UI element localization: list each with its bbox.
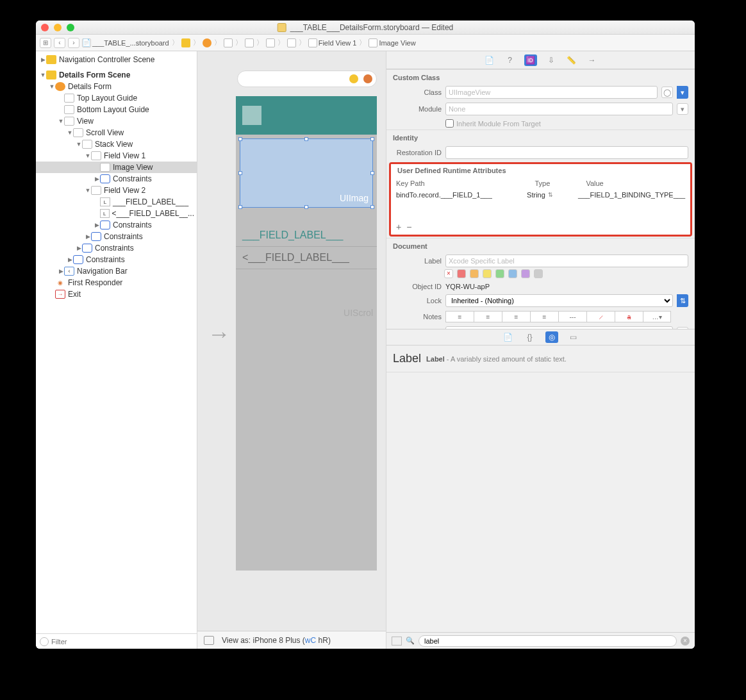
initial-vc-arrow-icon[interactable]: → [208, 321, 231, 347]
view-as-label[interactable]: View as: iPhone 8 Plus (wC hR) [222, 636, 331, 645]
outline-details-scene[interactable]: Details Form Scene [59, 71, 130, 79]
lock-select[interactable]: Inherited - (Nothing) [445, 294, 673, 307]
color-swatch[interactable] [483, 269, 492, 278]
minimize-icon[interactable] [54, 24, 62, 31]
module-input[interactable] [445, 103, 673, 115]
resize-handle[interactable] [370, 205, 374, 209]
resize-handle[interactable] [370, 137, 374, 141]
identity-inspector-tab[interactable]: 🆔 [524, 54, 537, 66]
outline-list[interactable]: ▶Navigation Controller Scene ▼Details Fo… [36, 51, 197, 633]
color-swatch[interactable] [521, 269, 530, 278]
notes-more-icon[interactable]: …▾ [643, 311, 671, 322]
outline-stackview[interactable]: Stack View [95, 140, 133, 149]
related-items-icon[interactable]: ⊞ [40, 38, 51, 48]
rt-value[interactable]: ___FIELD_1_BINDING_TYPE___ [578, 191, 685, 199]
outline-toggle-icon[interactable] [204, 636, 214, 645]
resize-handle[interactable] [304, 205, 308, 209]
media-library-tab[interactable]: ▭ [567, 331, 580, 343]
zoom-icon[interactable] [67, 24, 74, 31]
restoration-input[interactable] [445, 146, 688, 159]
outline-fieldview2[interactable]: Field View 2 [104, 186, 145, 195]
outline-constraints-5[interactable]: Constraints [86, 255, 125, 264]
remove-attribute-button[interactable]: − [406, 222, 411, 232]
placeholder-square [242, 106, 261, 125]
library-item[interactable]: Label Label - A variably sized amount of… [386, 346, 695, 372]
resize-handle[interactable] [238, 137, 242, 141]
breadcrumb-file[interactable]: ___TABLE_...storyboard [92, 39, 169, 47]
rt-keypath[interactable]: bindTo.record.___FIELD_1___ [396, 191, 527, 199]
outline-constraints-2[interactable]: Constraints [113, 221, 152, 229]
breadcrumb-fieldview[interactable]: Field View 1 [319, 39, 357, 47]
size-inspector-tab[interactable]: 📏 [565, 54, 578, 66]
outline-constraints-3[interactable]: Constraints [104, 232, 143, 241]
attributes-inspector-tab[interactable]: ⇩ [545, 54, 558, 66]
field-label-2[interactable]: <___FIELD_LABEL___ [236, 247, 377, 269]
outline-label1[interactable]: ___FIELD_LABEL___ [113, 197, 188, 206]
outline-filter-input[interactable] [51, 638, 193, 646]
code-snippet-tab[interactable]: {} [524, 331, 536, 343]
viewcontroller-dock-icon[interactable] [349, 74, 358, 83]
resize-handle[interactable] [370, 171, 374, 175]
rt-type[interactable]: String [527, 191, 545, 199]
class-jump-icon[interactable]: ◯ [661, 87, 673, 98]
color-swatch[interactable] [457, 269, 466, 278]
color-swatch[interactable] [508, 269, 517, 278]
resize-handle[interactable] [238, 205, 242, 209]
outline-top-guide[interactable]: Top Layout Guide [77, 94, 137, 103]
forward-button[interactable]: › [68, 38, 79, 48]
breadcrumb[interactable]: 📄 ___TABLE_...storyboard〉 〉 〉 〉 〉 〉 〉 Fi… [82, 38, 416, 47]
selected-imageview[interactable]: UIImag [240, 138, 373, 208]
outline-constraints-1[interactable]: Constraints [113, 174, 152, 183]
align-right-icon[interactable]: ≡ [502, 311, 530, 322]
library-filter-input[interactable] [419, 635, 677, 647]
connections-inspector-tab[interactable]: → [586, 54, 599, 66]
clear-search-icon[interactable]: × [681, 637, 690, 646]
field-label-1[interactable]: ___FIELD_LABEL___ [236, 224, 377, 247]
notes-toggle[interactable]: ⟋ [586, 311, 615, 322]
resize-handle[interactable] [238, 171, 242, 175]
outline-navbar[interactable]: Navigation Bar [77, 267, 128, 276]
notes-toggle[interactable]: --- [558, 311, 586, 322]
outline-fieldview1[interactable]: Field View 1 [104, 151, 145, 160]
back-button[interactable]: ‹ [54, 38, 65, 48]
close-icon[interactable] [41, 24, 49, 31]
color-swatch[interactable] [534, 269, 543, 278]
outline-bottom-guide[interactable]: Bottom Layout Guide [77, 105, 149, 114]
object-library-tab[interactable]: ◎ [545, 331, 558, 343]
module-dropdown-icon[interactable]: ▾ [677, 103, 688, 115]
align-justify-icon[interactable]: ≡ [530, 311, 558, 322]
align-left-icon[interactable]: ≡ [445, 311, 474, 322]
color-swatch[interactable] [470, 269, 479, 278]
outline-scrollview[interactable]: Scroll View [86, 128, 124, 137]
outline-first-responder[interactable]: First Responder [68, 278, 122, 287]
add-attribute-button[interactable]: + [396, 222, 401, 232]
notes-toggle[interactable]: a [615, 311, 643, 322]
outline-details-form[interactable]: Details Form [68, 82, 112, 91]
outline-label2[interactable]: <___FIELD_LABEL__... [112, 209, 194, 218]
outline-view[interactable]: View [77, 117, 94, 126]
runtime-row[interactable]: bindTo.record.___FIELD_1___ String⇅ ___F… [391, 190, 690, 200]
outline-constraints-4[interactable]: Constraints [95, 244, 134, 253]
header-view [236, 96, 377, 135]
grid-view-icon[interactable] [392, 637, 402, 646]
lock-dropdown-icon[interactable]: ⇅ [677, 294, 688, 307]
filter-icon[interactable] [40, 637, 49, 646]
outline-imageview[interactable]: Image View [113, 163, 153, 172]
class-input[interactable] [445, 86, 658, 99]
file-inspector-tab[interactable]: 📄 [483, 54, 496, 66]
class-dropdown-icon[interactable]: ▾ [677, 86, 688, 99]
inherit-module-checkbox[interactable]: Inherit Module From Target [445, 119, 541, 128]
color-clear-icon[interactable]: × [444, 269, 453, 278]
align-center-icon[interactable]: ≡ [474, 311, 502, 322]
outline-exit[interactable]: Exit [68, 290, 81, 299]
color-swatch[interactable] [495, 269, 504, 278]
outline-nav-scene[interactable]: Navigation Controller Scene [59, 55, 154, 64]
breadcrumb-imageview[interactable]: Image View [379, 39, 415, 47]
doc-label-input[interactable] [445, 254, 688, 267]
file-template-tab[interactable]: 📄 [502, 331, 515, 343]
scene-dock[interactable] [237, 71, 377, 87]
help-inspector-tab[interactable]: ? [504, 54, 517, 66]
ib-canvas[interactable]: UIImag ___FIELD_LABEL___ <___FIELD_LABEL… [197, 51, 386, 649]
resize-handle[interactable] [304, 137, 308, 141]
first-responder-dock-icon[interactable] [363, 74, 372, 83]
